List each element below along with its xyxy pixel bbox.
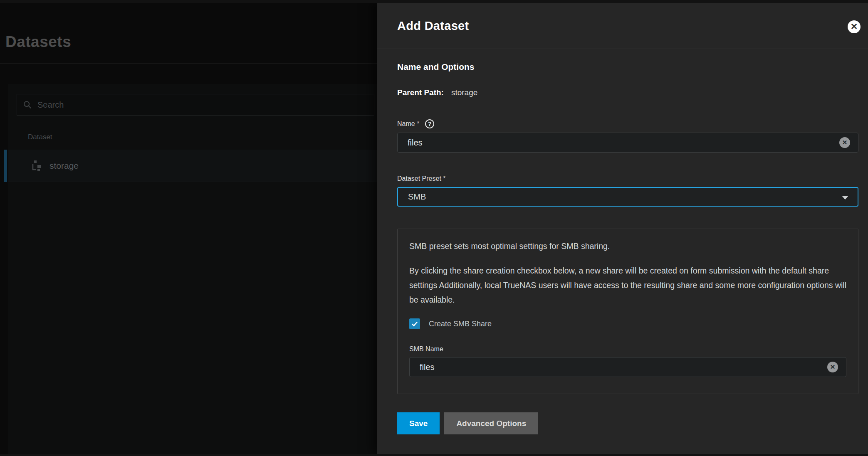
name-input[interactable] bbox=[397, 133, 858, 153]
name-clear-icon[interactable]: ✕ bbox=[839, 137, 850, 148]
help-icon[interactable]: ? bbox=[425, 119, 434, 128]
smb-preset-info-box: SMB preset sets most optimal settings fo… bbox=[397, 229, 858, 394]
name-field-label-row: Name * ? bbox=[397, 119, 858, 128]
add-dataset-panel: Add Dataset ✕ Name and Options Parent Pa… bbox=[377, 3, 868, 454]
dataset-preset-select[interactable]: SMB bbox=[397, 187, 858, 207]
panel-header: Add Dataset ✕ bbox=[377, 3, 868, 49]
dataset-tree-icon bbox=[31, 160, 44, 172]
create-smb-share-label: Create SMB Share bbox=[429, 320, 492, 328]
create-smb-share-checkbox[interactable] bbox=[409, 318, 420, 329]
preset-field-label-row: Dataset Preset * bbox=[397, 175, 858, 182]
checkmark-icon bbox=[411, 320, 418, 328]
search-input[interactable]: Search bbox=[17, 94, 374, 116]
smb-name-input[interactable] bbox=[409, 357, 846, 377]
dataset-preset-value: SMB bbox=[408, 192, 426, 202]
selected-row-accent bbox=[4, 150, 7, 182]
datasets-card: Search Dataset storage bbox=[8, 84, 377, 454]
panel-body: Name and Options Parent Path: storage Na… bbox=[377, 62, 868, 434]
smb-name-label: SMB Name bbox=[409, 345, 443, 353]
panel-title: Add Dataset bbox=[397, 19, 469, 33]
name-input-wrap: ✕ bbox=[397, 133, 858, 153]
form-buttons-row: Save Advanced Options bbox=[397, 412, 858, 434]
advanced-options-button[interactable]: Advanced Options bbox=[444, 412, 538, 434]
smb-name-input-wrap: ✕ bbox=[409, 357, 846, 377]
top-edge-strip bbox=[0, 0, 868, 3]
search-placeholder: Search bbox=[37, 100, 64, 110]
dataset-row-label: storage bbox=[49, 161, 79, 171]
datasets-page-background: Datasets Search Dataset storage bbox=[0, 0, 377, 456]
screen: Datasets Search Dataset storage bbox=[0, 0, 868, 456]
close-icon: ✕ bbox=[851, 22, 858, 31]
save-button[interactable]: Save bbox=[397, 412, 440, 434]
table-row-storage[interactable]: storage bbox=[8, 150, 377, 182]
section-title: Name and Options bbox=[397, 62, 858, 72]
page-title: Datasets bbox=[5, 33, 71, 51]
smb-preset-info-paragraph: By clicking the share creation checkbox … bbox=[409, 264, 846, 307]
parent-path-value: storage bbox=[451, 88, 477, 97]
smb-preset-info-line1: SMB preset sets most optimal settings fo… bbox=[409, 240, 846, 252]
parent-path-label: Parent Path: bbox=[397, 88, 444, 97]
name-field-label: Name * bbox=[397, 120, 419, 128]
close-button[interactable]: ✕ bbox=[848, 20, 861, 33]
bottom-edge-strip bbox=[0, 454, 868, 456]
parent-path-row: Parent Path: storage bbox=[397, 88, 858, 97]
chevron-down-icon bbox=[842, 196, 848, 200]
smb-name-label-row: SMB Name bbox=[409, 345, 846, 353]
preset-field-label: Dataset Preset * bbox=[397, 175, 446, 182]
table-column-header-dataset: Dataset bbox=[28, 133, 52, 141]
search-icon bbox=[23, 100, 32, 109]
create-smb-share-row: Create SMB Share bbox=[409, 318, 846, 329]
smb-name-clear-icon[interactable]: ✕ bbox=[827, 362, 838, 372]
page-divider bbox=[0, 63, 377, 64]
